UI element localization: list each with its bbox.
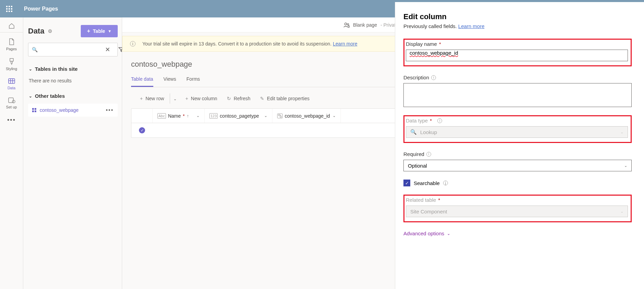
svg-rect-0 [10,58,13,61]
panel-subtitle: Previously called fields. Learn more [403,23,632,29]
refresh-icon: ↻ [227,96,231,101]
advanced-options-toggle[interactable]: Advanced options ⌄ [403,231,632,236]
required-select[interactable]: Optional ⌄ [403,160,632,171]
svg-point-6 [12,100,15,103]
rail-label: Styling [6,67,17,71]
rail-item-data[interactable]: Data [0,74,23,93]
search-input[interactable] [41,43,101,56]
data-icon [8,78,15,84]
new-column-button[interactable]: +New column [181,94,221,103]
chevron-down-icon: ▼ [108,29,112,33]
panel-title: Edit column [403,12,632,21]
info-icon[interactable]: i [437,118,442,123]
plus-icon: + [185,96,188,101]
section-label: Other tables [35,93,65,99]
page-name[interactable]: Blank page [353,22,377,28]
section-label: Tables in this site [35,66,78,72]
clear-icon[interactable]: ✕ [101,46,114,53]
rail-label: Set up [6,105,17,109]
data-type-select: 🔍Lookup ⌄ [406,126,628,138]
chevron-down-icon: ⌄ [620,130,623,134]
brush-icon [8,58,15,65]
chevron-down-icon[interactable]: ⌄ [196,114,199,118]
svg-point-8 [347,23,349,25]
learn-more-link[interactable]: Learn more [458,23,485,29]
new-row-dropdown[interactable]: ⌄ [170,93,180,104]
gear-icon[interactable]: ⚙ [48,28,52,34]
chevron-down-icon: ⌄ [447,231,450,236]
svg-rect-10 [279,114,280,116]
table-label: contoso_webpage [40,107,79,113]
sidebar-title: Data ⚙ [28,27,52,36]
people-icon [344,22,350,28]
text-type-icon: Abc [157,113,166,119]
chevron-down-icon[interactable]: ⌄ [264,114,267,118]
tab-views[interactable]: Views [164,74,176,87]
new-table-button[interactable]: + Table ▼ [81,25,118,37]
more-actions[interactable]: ••• [106,107,114,113]
plus-icon: + [140,96,143,101]
new-row-button[interactable]: +New row [136,94,168,103]
lookup-type-icon [277,114,283,118]
info-icon[interactable]: i [431,75,436,80]
display-name-input[interactable]: contoso_webpage_id [406,50,628,61]
svg-rect-1 [9,79,15,83]
plus-icon: + [87,28,90,34]
checkbox-label: Searchable [414,180,440,186]
column-header-name[interactable]: Abc Name* ↑ ⌄ [153,109,205,123]
section-other-tables[interactable]: ⌄ Other tables [28,90,118,102]
search-box[interactable]: 🔍 ✕ [28,43,118,56]
table-icon [32,108,36,112]
chevron-down-icon: ⌄ [620,209,623,214]
display-name-field: Display name * contoso_webpage_id [403,39,632,66]
column-header-pagetype[interactable]: 123 contoso_pagetype ⌄ [205,109,272,123]
description-input[interactable] [403,83,632,107]
row-selected-icon[interactable]: ✓ [139,127,145,133]
sidebar: Data ⚙ + Table ▼ 🔍 ✕ ⌄ Tables in this si… [23,17,122,289]
checkbox-checked-icon: ✓ [403,180,410,186]
svg-point-7 [345,23,347,25]
tab-forms[interactable]: Forms [186,74,200,87]
tab-table-data[interactable]: Table data [131,74,153,87]
description-field: Description i [403,75,632,107]
home-button[interactable] [0,19,23,32]
svg-rect-9 [348,26,349,27]
rail-item-pages[interactable]: Pages [0,35,23,54]
learn-more-link[interactable]: Learn more [333,41,358,47]
search-icon: 🔍 [28,47,41,52]
select-all-header[interactable] [131,109,153,123]
svg-rect-11 [280,116,282,117]
number-type-icon: 123 [209,113,218,119]
pencil-icon: ✎ [260,96,264,101]
chevron-down-icon: ⌄ [624,163,627,168]
button-label: Table [93,28,105,34]
edit-properties-button[interactable]: ✎Edit table properties [256,94,314,103]
left-rail: Pages Styling Data Set up ••• [0,17,23,289]
rail-item-styling[interactable]: Styling [0,54,23,74]
rail-item-setup[interactable]: Set up [0,93,23,113]
search-icon: 🔍 [410,129,417,135]
related-table-select: Site Component ⌄ [406,206,628,217]
refresh-button[interactable]: ↻Refresh [223,94,255,103]
edit-column-panel: Edit column Previously called fields. Le… [395,2,644,289]
table-item-contoso-webpage[interactable]: contoso_webpage ••• [28,104,118,117]
app-launcher-icon[interactable] [6,6,12,12]
chevron-down-icon[interactable]: ⌄ [333,114,336,118]
info-icon: i [130,41,136,47]
rail-more[interactable]: ••• [7,113,16,128]
related-table-field: Related table * Site Component ⌄ [403,195,632,222]
data-type-field: Data type * i 🔍Lookup ⌄ [403,115,632,143]
svg-rect-5 [9,98,13,103]
chevron-down-icon: ⌄ [29,94,32,98]
chevron-down-icon: ⌄ [29,67,32,71]
setup-icon [8,97,15,104]
info-icon[interactable]: i [426,152,431,157]
section-site-tables[interactable]: ⌄ Tables in this site [28,63,118,75]
searchable-checkbox[interactable]: ✓ Searchable i [403,180,632,186]
column-header-webpage-id[interactable]: contoso_webpage_id ⌄ [272,109,341,123]
info-icon[interactable]: i [443,181,448,185]
rail-label: Pages [6,47,17,51]
required-field: Required i Optional ⌄ [403,151,632,171]
notice-text: Your trial site will expire in 13 days. … [142,41,332,47]
rail-label: Data [8,86,15,90]
